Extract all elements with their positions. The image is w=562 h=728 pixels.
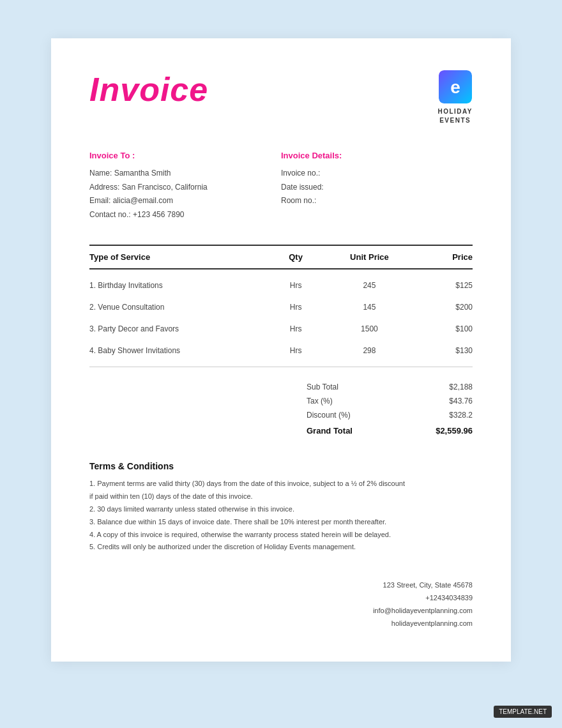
cell-service: 1. Birthday Invitations (89, 281, 266, 290)
client-email: Email: alicia@email.com (89, 194, 281, 208)
terms-line: 2. 30 days limited warranty unless state… (89, 503, 473, 516)
table-header: Type of Service Qty Unit Price Price (89, 245, 473, 269)
terms-line: 3. Balance due within 15 days of invoice… (89, 516, 473, 529)
table-body: 1. Birthday Invitations Hrs 245 $125 2. … (89, 275, 473, 361)
cell-qty: Hrs (266, 281, 325, 290)
table-row: 3. Party Decor and Favors Hrs 1500 $100 (89, 318, 473, 340)
invoice-details-block: Invoice Details: Invoice no.: Date issue… (281, 151, 473, 222)
cell-qty: Hrs (266, 324, 325, 333)
col-qty: Qty (266, 252, 325, 262)
cell-price: $125 (414, 281, 473, 290)
cell-service: 3. Party Decor and Favors (89, 324, 266, 333)
date-issued: Date issued: (281, 181, 473, 195)
totals-section: Sub Total $2,188 Tax (%) $43.76 Discount… (89, 380, 473, 438)
tax-value: $43.76 (449, 397, 473, 406)
discount-row: Discount (%) $328.2 (307, 408, 473, 422)
cell-price: $100 (414, 324, 473, 333)
client-address: Address: San Francisco, California (89, 181, 281, 195)
bill-to-heading: Invoice To : (89, 151, 281, 160)
footer-phone: +12434034839 (89, 592, 473, 605)
subtotal-value: $2,188 (449, 383, 473, 391)
table-row: 1. Birthday Invitations Hrs 245 $125 (89, 275, 473, 296)
client-contact: Contact no.: +123 456 7890 (89, 208, 281, 222)
totals-block: Sub Total $2,188 Tax (%) $43.76 Discount… (307, 380, 473, 438)
cell-unit-price: 145 (325, 303, 413, 312)
cell-unit-price: 1500 (325, 324, 413, 333)
cell-service: 2. Venue Consultation (89, 303, 266, 312)
grand-total-row: Grand Total $2,559.96 (307, 422, 473, 438)
terms-line: 5. Credits will only be authorized under… (89, 541, 473, 554)
cell-price: $200 (414, 303, 473, 312)
footer: 123 Street, City, State 45678 +124340348… (89, 579, 473, 630)
terms-text: 1. Payment terms are valid thirty (30) d… (89, 478, 473, 554)
grand-total-label: Grand Total (307, 426, 353, 436)
footer-website: holidayeventplanning.com (89, 618, 473, 630)
footer-email: info@holidayeventplanning.com (89, 605, 473, 618)
tax-label: Tax (%) (307, 397, 333, 406)
invoice-title: Invoice (89, 70, 208, 109)
services-table: Type of Service Qty Unit Price Price 1. … (89, 245, 473, 367)
table-row: 4. Baby Shower Invitations Hrs 298 $130 (89, 340, 473, 361)
svg-text:e: e (450, 77, 460, 97)
cell-price: $130 (414, 346, 473, 355)
logo-area: e HOLIDAYEVENTS (437, 70, 473, 125)
cell-unit-price: 245 (325, 281, 413, 290)
invoice-document: Invoice e HOLIDAYEVENTS Invoice (51, 38, 511, 662)
terms-section: Terms & Conditions 1. Payment terms are … (89, 461, 473, 554)
terms-line: if paid within ten (10) days of the date… (89, 490, 473, 503)
invoice-number: Invoice no.: (281, 167, 473, 181)
col-service: Type of Service (89, 252, 266, 262)
client-name: Name: Samantha Smith (89, 167, 281, 181)
cell-service: 4. Baby Shower Invitations (89, 346, 266, 355)
cell-qty: Hrs (266, 303, 325, 312)
table-row: 2. Venue Consultation Hrs 145 $200 (89, 296, 473, 318)
company-logo: e (439, 70, 472, 103)
terms-line: 1. Payment terms are valid thirty (30) d… (89, 478, 473, 490)
bill-to-block: Invoice To : Name: Samantha Smith Addres… (89, 151, 281, 222)
template-badge: TEMPLATE.NET (494, 706, 552, 718)
discount-label: Discount (%) (307, 411, 351, 420)
tax-row: Tax (%) $43.76 (307, 394, 473, 408)
cell-qty: Hrs (266, 346, 325, 355)
invoice-details-heading: Invoice Details: (281, 151, 473, 160)
terms-title: Terms & Conditions (89, 461, 473, 471)
subtotal-row: Sub Total $2,188 (307, 380, 473, 394)
table-bottom-divider (89, 367, 473, 367)
footer-address: 123 Street, City, State 45678 (89, 579, 473, 592)
company-name: HOLIDAYEVENTS (437, 107, 473, 125)
col-price: Price (414, 252, 473, 262)
grand-total-value: $2,559.96 (436, 426, 473, 436)
invoice-header: Invoice e HOLIDAYEVENTS (89, 70, 473, 125)
col-unit-price: Unit Price (325, 252, 413, 262)
billing-section: Invoice To : Name: Samantha Smith Addres… (89, 151, 473, 222)
cell-unit-price: 298 (325, 346, 413, 355)
room-number: Room no.: (281, 194, 473, 208)
terms-line: 4. A copy of this invoice is required, o… (89, 529, 473, 542)
discount-value: $328.2 (449, 411, 473, 420)
subtotal-label: Sub Total (307, 383, 338, 391)
